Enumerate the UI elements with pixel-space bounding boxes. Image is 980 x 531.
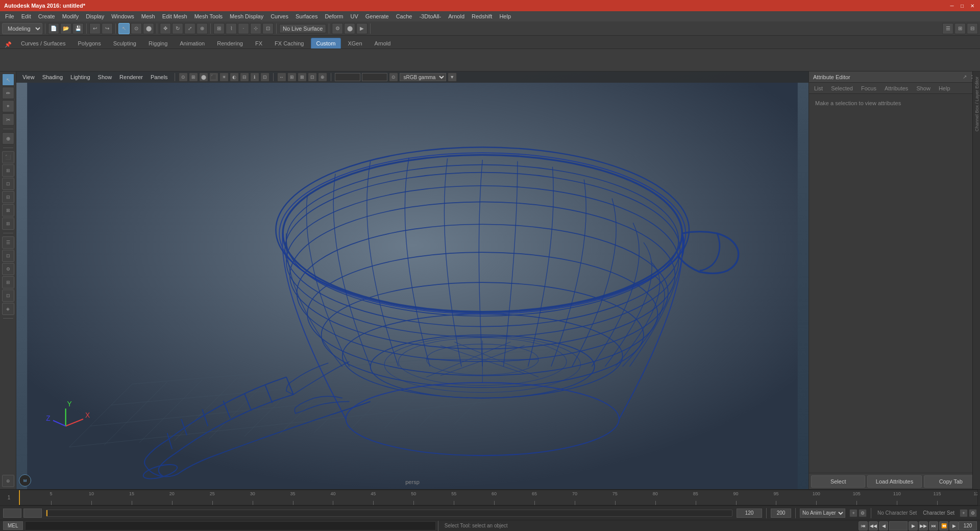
menu-edit-mesh[interactable]: Edit Mesh [159, 12, 190, 20]
menu-cache[interactable]: Cache [393, 12, 415, 20]
maya-bottom-left[interactable]: ⊕ [2, 475, 14, 487]
scale-tool-button[interactable]: ⤢ [184, 23, 195, 34]
shelf-tab-sculpting[interactable]: Sculpting [108, 38, 142, 49]
script-input[interactable] [25, 521, 436, 530]
menu-redshift[interactable]: Redshift [469, 12, 495, 20]
pb-play-forward[interactable]: ▶ [949, 521, 959, 530]
menu-file[interactable]: File [2, 12, 17, 20]
shelf-tab-fx-caching[interactable]: FX Caching [269, 38, 309, 49]
shelf-tab-polygons[interactable]: Polygons [72, 38, 106, 49]
vp-textured-btn[interactable]: ⬛ [209, 73, 218, 82]
mel-tab[interactable]: MEL [3, 521, 23, 530]
cloth-button[interactable]: ⌖ [2, 100, 14, 112]
pb-go-end[interactable]: ⏭ [929, 521, 938, 530]
show-hide-button[interactable]: ☰ [942, 23, 953, 34]
vp-shaded-btn[interactable]: ⬤ [199, 73, 208, 82]
vp-icon4[interactable]: ⊡ [308, 73, 317, 82]
playhead[interactable] [19, 490, 20, 505]
attr-tab-show[interactable]: Show [914, 84, 933, 92]
menu-edit[interactable]: Edit [18, 12, 34, 20]
vp-wireframe-btn[interactable]: ⊞ [189, 73, 198, 82]
anim-layer-dropdown[interactable]: No Anim Layer [800, 509, 845, 518]
vp-value2-input[interactable]: 1.00 [362, 73, 387, 81]
menu-uv[interactable]: UV [347, 12, 361, 20]
menu-modify[interactable]: Modify [59, 12, 82, 20]
range-start-input[interactable]: 1 [3, 509, 21, 518]
pb-go-start[interactable]: ⏮ [859, 521, 868, 530]
attr-tab-help[interactable]: Help [937, 84, 952, 92]
load-attributes-button[interactable]: Load Attributes [867, 475, 921, 488]
rotate-tool-button[interactable]: ↻ [172, 23, 183, 34]
select-mode-button[interactable]: ↖ [2, 74, 14, 86]
shelf-tab-custom[interactable]: Custom [311, 38, 341, 49]
vp-gamma-dropdown[interactable]: sRGB gamma [400, 73, 446, 81]
vp-grid-btn[interactable]: ⊟ [240, 73, 249, 82]
vp-shadow-btn[interactable]: ◐ [230, 73, 239, 82]
display-options-button[interactable]: ⊞ [954, 23, 966, 34]
save-file-button[interactable]: 💾 [72, 23, 84, 34]
menu-display[interactable]: Display [83, 12, 107, 20]
menu-help[interactable]: Help [496, 12, 514, 20]
close-button[interactable]: ✕ [969, 2, 976, 9]
attr-tab-attributes[interactable]: Attributes [883, 84, 910, 92]
paint-select-button[interactable]: ⬤ [143, 23, 154, 34]
quick-layout-button[interactable]: ⊞ [2, 276, 14, 288]
attr-tab-focus[interactable]: Focus [859, 84, 878, 92]
menu-mesh-tools[interactable]: Mesh Tools [191, 12, 226, 20]
shelf-tab-curves-surfaces[interactable]: Curves / Surfaces [15, 38, 71, 49]
current-frame-input[interactable]: 1 [889, 521, 908, 530]
range-current-input[interactable]: 1 [23, 509, 42, 518]
vp-menu-renderer[interactable]: Renderer [116, 73, 146, 81]
snap-to-view-plane-button[interactable]: ⊡ [262, 23, 274, 34]
attr-editor-float-btn[interactable]: ↗ [963, 74, 967, 80]
paint-effects-button[interactable]: ✏ [2, 87, 14, 99]
vp-icon2[interactable]: ⊞ [287, 73, 297, 82]
undo-button[interactable]: ↩ [89, 23, 101, 34]
menu-mesh[interactable]: Mesh [138, 12, 158, 20]
open-file-button[interactable]: 📂 [60, 23, 71, 34]
pb-prev-frame[interactable]: ◀ [879, 521, 888, 530]
vp-menu-show[interactable]: Show [95, 73, 115, 81]
menu-3dtoall[interactable]: -3DtoAll- [416, 12, 444, 20]
shelf-tab-rendering[interactable]: Rendering [211, 38, 249, 49]
snap-to-grid-button[interactable]: ⊞ [213, 23, 225, 34]
viewport[interactable]: View Shading Lighting Show Renderer Pane… [16, 71, 808, 489]
copy-tab-button[interactable]: Copy Tab [924, 475, 978, 488]
canvas-area[interactable]: X Y Z [16, 83, 808, 489]
left-section-2[interactable]: ⊞ [2, 164, 14, 177]
shelf-tab-rigging[interactable]: Rigging [143, 38, 173, 49]
char-set-add-btn[interactable]: + [960, 509, 968, 517]
time-slider[interactable] [46, 510, 732, 517]
universal-manipulator-button[interactable]: ⊕ [197, 23, 208, 34]
hypershade-button[interactable]: ◈ [2, 303, 14, 315]
left-section-6[interactable]: ⊞ [2, 218, 14, 230]
vp-menu-shading[interactable]: Shading [39, 73, 66, 81]
frame-all-button[interactable]: ⊡ [2, 289, 14, 302]
snap-to-curve-button[interactable]: ⌇ [226, 23, 237, 34]
vp-menu-lighting[interactable]: Lighting [67, 73, 93, 81]
char-set-options-btn[interactable]: ⚙ [969, 509, 977, 517]
render-settings-button[interactable]: ⚙ [332, 23, 343, 34]
left-section-3[interactable]: ⊡ [2, 178, 14, 190]
attr-tab-list[interactable]: List [812, 84, 825, 92]
vp-menu-view[interactable]: View [19, 73, 38, 81]
grid-options-button[interactable]: ⊟ [967, 23, 978, 34]
attr-tab-selected[interactable]: Selected [829, 84, 855, 92]
move-tool-button[interactable]: ✥ [160, 23, 171, 34]
vp-value1-input[interactable]: 0.00 [335, 73, 360, 81]
shelf-tab-animation[interactable]: Animation [174, 38, 210, 49]
left-section-4[interactable]: ⊟ [2, 191, 14, 203]
menu-mesh-display[interactable]: Mesh Display [227, 12, 266, 20]
workspace-dropdown[interactable]: Modeling [2, 23, 42, 34]
pb-step-forward[interactable]: ▶▶ [919, 521, 928, 530]
left-section-5[interactable]: ⊠ [2, 204, 14, 216]
vp-icon3[interactable]: ⊠ [298, 73, 307, 82]
vp-light-btn[interactable]: ☀ [219, 73, 229, 82]
pb-step-back[interactable]: ◀◀ [869, 521, 878, 530]
tool-settings-button[interactable]: ⚙ [2, 263, 14, 275]
snap-to-project-button[interactable]: ⊹ [250, 23, 261, 34]
maximize-button[interactable]: □ [959, 2, 966, 9]
menu-curves[interactable]: Curves [267, 12, 291, 20]
menu-deform[interactable]: Deform [322, 12, 346, 20]
menu-create[interactable]: Create [35, 12, 58, 20]
